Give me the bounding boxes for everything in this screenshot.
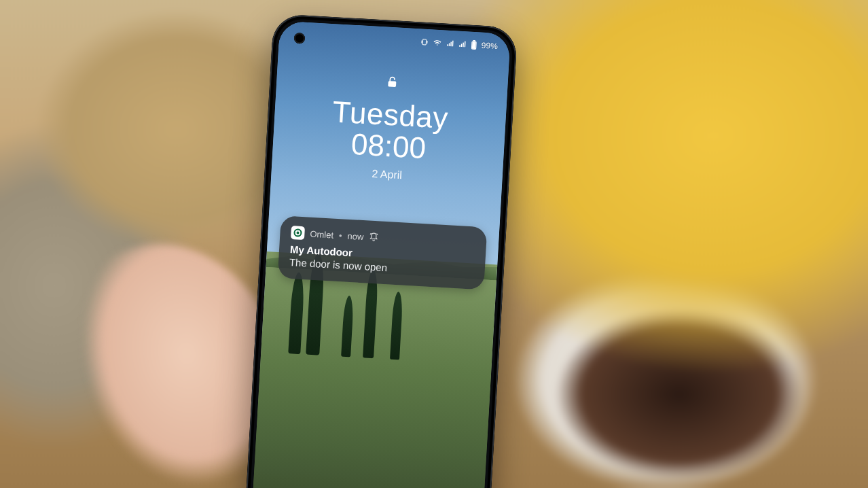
lockscreen-datetime: Tuesday 08:00 2 April — [271, 91, 506, 187]
notification-app-name: Omlet — [310, 228, 333, 240]
vibrate-icon — [420, 38, 429, 47]
svg-rect-2 — [473, 40, 475, 41]
unlock-icon — [385, 75, 399, 92]
svg-rect-0 — [422, 39, 426, 45]
app-icon — [291, 226, 305, 240]
bell-icon — [369, 232, 379, 243]
phone: 99% Tuesday 08:00 2 April Omlet • — [244, 14, 518, 488]
svg-rect-4 — [388, 81, 396, 87]
photo-background: 99% Tuesday 08:00 2 April Omlet • — [0, 0, 868, 488]
separator-dot: • — [339, 230, 342, 241]
signal-icon — [458, 40, 467, 49]
notification-card[interactable]: Omlet • now My Autodoor The door is now … — [278, 215, 488, 290]
battery-icon — [470, 40, 477, 50]
notification-timestamp: now — [347, 230, 364, 241]
signal-icon — [446, 39, 455, 48]
battery-percentage: 99% — [481, 41, 498, 51]
phone-screen[interactable]: 99% Tuesday 08:00 2 April Omlet • — [251, 21, 511, 488]
svg-rect-3 — [472, 42, 475, 48]
wifi-icon — [433, 39, 443, 48]
